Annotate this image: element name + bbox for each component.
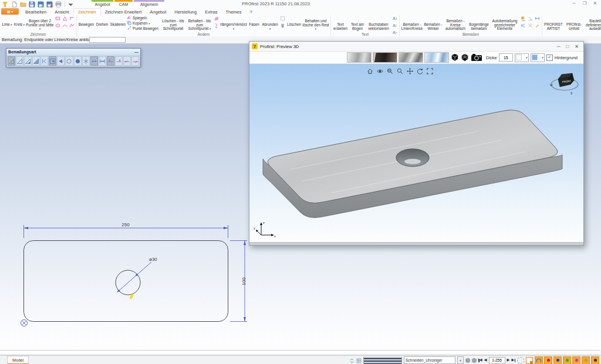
tab-zeichnen-erweitert[interactable]: Zeichnen Erweitert: [101, 8, 146, 15]
ribbon-button-verlängern-verkürzen[interactable]: Verlängern/Verkürzen ▾: [220, 15, 247, 31]
preview-close-button[interactable]: ✕: [575, 44, 579, 49]
palette-button-pal-13[interactable]: [107, 56, 114, 66]
ribbon-button-bemaßen-linien-kreise[interactable]: Bemaßen - Linien/Kreise: [401, 15, 423, 31]
cube-wire-icon[interactable]: [461, 53, 469, 62]
zoom-window-icon[interactable]: [387, 66, 393, 77]
layer-color-button-2[interactable]: [544, 356, 552, 364]
frame-range-input[interactable]: [489, 357, 505, 364]
ribbon-button-tri-sm[interactable]: [62, 15, 68, 22]
view-cube[interactable]: FRONT W S: [548, 69, 581, 97]
layers-icon[interactable]: [356, 355, 362, 364]
ribbon-button-corner-sm[interactable]: [69, 15, 75, 22]
ribbon-button-a-up-sm[interactable]: A: [391, 15, 398, 22]
tab-themes[interactable]: Themes: [221, 8, 245, 15]
ribbon-button-drehen[interactable]: Drehen: [95, 15, 109, 31]
palette-minimize-icon[interactable]: —: [134, 50, 139, 54]
ribbon-button-kreis[interactable]: Kreis ▾: [13, 15, 25, 31]
new-file-button[interactable]: [11, 1, 18, 8]
ribbon-button-d4-sm[interactable]: [520, 22, 526, 29]
ribbon-button-behalten-und-lösche-den-rest[interactable]: Behalten und lösche den Rest ▾: [302, 15, 329, 31]
view-eye-icon[interactable]: [377, 66, 383, 77]
ribbon-button-buchstaben-vektorisieren[interactable]: ABuchstaben vektorisieren: [366, 15, 391, 31]
stop-button[interactable]: [472, 358, 477, 363]
ribbon-button-behalten-bis-zum-schnittpunkt[interactable]: Behalten - bis zum Schnittpunkt ▾: [187, 15, 212, 31]
preview-minimize-button[interactable]: ─: [557, 44, 561, 49]
app-logo-button[interactable]: [2, 1, 9, 8]
preview-maximize-button[interactable]: □: [566, 44, 569, 49]
ribbon-button-roundrect-sm[interactable]: [55, 22, 61, 29]
material-steel-diagonal-swatch[interactable]: [399, 52, 423, 63]
ribbon-button-d1-sm[interactable]: [520, 15, 526, 22]
layer-color-button-6[interactable]: [582, 356, 590, 364]
ribbon-button-d6-sm[interactable]: [534, 22, 541, 29]
ribbon-button-autobemaßung-gezeichneter-elemente[interactable]: Autobemaßung gezeichneter Elemente: [490, 15, 519, 31]
palette-button-pal-8[interactable]: [65, 56, 73, 66]
app-menu-button[interactable]: ▦ ▾: [1, 8, 19, 15]
palette-button-pal-10[interactable]: [82, 56, 90, 66]
ribbon-button-text-am-bogen[interactable]: AText am Bogen: [349, 15, 366, 31]
model-tab[interactable]: Model: [7, 356, 29, 364]
layer-color-button-1[interactable]: [535, 356, 543, 364]
tab-extras[interactable]: Extras: [201, 8, 221, 15]
ribbon-button-profirst-artist[interactable]: PROFIRST ARTIST: [543, 15, 563, 31]
first-frame-button[interactable]: ◀: [478, 358, 482, 362]
ribbon-button-trash-sm[interactable]: [279, 22, 286, 29]
layer-color-button-5[interactable]: [572, 356, 580, 364]
last-frame-button[interactable]: ▶: [512, 358, 516, 362]
ribbon-button-löschen[interactable]: Löschen: [286, 15, 302, 31]
preview-viewport[interactable]: FRONT W S z x y: [249, 64, 583, 245]
tab-help[interactable]: ?: [246, 8, 256, 15]
ribbon-button-skalieren[interactable]: Skalieren: [110, 15, 126, 31]
zoom-icon[interactable]: [397, 66, 403, 77]
palette-button-pal-1[interactable]: [8, 56, 15, 66]
ribbon-button-d5-sm[interactable]: [527, 22, 534, 29]
animation-dropdown[interactable]: Schneiden_Uhrzeiger: [404, 356, 455, 364]
rotate-view-icon[interactable]: [417, 66, 423, 77]
ribbon-button-bewegen[interactable]: Bewegen: [78, 15, 94, 31]
record-button[interactable]: [465, 358, 470, 363]
save-button[interactable]: [28, 1, 35, 8]
restore-button[interactable]: ❐: [581, 1, 588, 6]
ribbon-button-profirst-unfold[interactable]: PROfirst-Unfold: [564, 15, 584, 31]
tab-herstellung[interactable]: Herstellung: [170, 8, 201, 15]
material-glass-blue-swatch[interactable]: [424, 52, 449, 63]
ribbon-button-punkt-bewegen[interactable]: Punkt Bewegen▾: [127, 26, 160, 31]
ribbon-button-bogenlänge-bemaßen[interactable]: Bogenlänge bemaßen: [468, 15, 489, 31]
tab-zeichnen[interactable]: Zeichnen: [73, 8, 101, 15]
ribbon-button-kopieren[interactable]: Kopieren▾: [127, 21, 160, 26]
layer-color-button-4[interactable]: [563, 356, 571, 364]
prev-frame-button[interactable]: ◀: [484, 358, 487, 362]
ribbon-button-poly-sm[interactable]: [69, 22, 75, 29]
background-checkbox[interactable]: ✓: [546, 55, 553, 61]
fullscreen-icon[interactable]: [427, 66, 433, 77]
palette-button-pal-6[interactable]: [49, 56, 56, 66]
ribbon-button-curve-sm[interactable]: [62, 22, 68, 29]
ribbon-button-löschen-bis-zum-schnittpunkt[interactable]: Löschen - bis zum Schnittpunkt: [160, 15, 186, 31]
qa-dropdown-button[interactable]: [67, 1, 74, 8]
tab-angebot[interactable]: Angebot: [146, 8, 170, 15]
pan-icon[interactable]: [407, 66, 413, 77]
ribbon-button-linie[interactable]: Linie ▾: [1, 15, 13, 31]
close-button[interactable]: ✕: [592, 1, 599, 6]
palette-button-pal-3[interactable]: [24, 56, 32, 66]
next-frame-button[interactable]: ▶: [507, 358, 510, 362]
ribbon-button-curve2-sm[interactable]: [213, 22, 220, 29]
frame-tool-icon[interactable]: [526, 357, 533, 364]
ribbon-button-bogen-über-2-punkte-und-mitte[interactable]: Bogen über 2 Punkte und Mitte ▾: [26, 15, 54, 31]
save-as-button[interactable]: [37, 1, 44, 8]
loop-icon[interactable]: [517, 357, 524, 364]
ribbon-button-fasen[interactable]: Fasen: [248, 15, 261, 31]
ribbon-button-a-dn-sm[interactable]: A: [391, 22, 398, 29]
palette-button-pal-12[interactable]: [99, 56, 106, 66]
palette-button-pal-5[interactable]: [40, 56, 48, 66]
minimize-button[interactable]: ─: [570, 1, 578, 6]
save-all-button[interactable]: [46, 1, 53, 8]
ribbon-button-bemaßen-winkel[interactable]: Bemaßen - Winkel: [424, 15, 443, 31]
background-color-dropdown[interactable]: ▾: [531, 53, 545, 62]
print-button[interactable]: [55, 1, 62, 8]
palette-button-pal-14[interactable]: [115, 56, 123, 66]
ribbon-button-d3-sm[interactable]: [534, 15, 541, 22]
ribbon-button-d2-sm[interactable]: [527, 15, 534, 22]
ribbon-collapse-icon[interactable]: ⌃: [596, 20, 599, 24]
preview-title-bar[interactable]: 7 Profirst: Preview 3D ─ □ ✕: [249, 42, 583, 52]
